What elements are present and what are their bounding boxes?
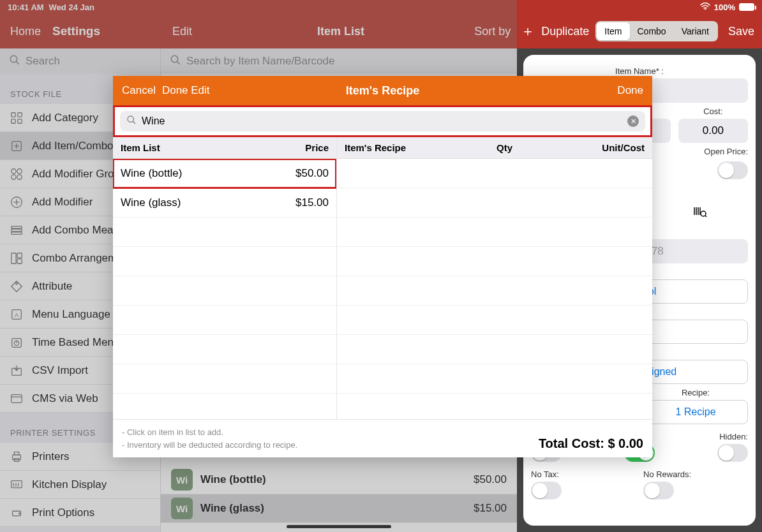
recipe-item-price: $15.00: [295, 196, 329, 209]
empty-row: [113, 247, 336, 276]
label-norewards: No Rewards:: [643, 469, 748, 479]
empty-row: [337, 276, 652, 306]
btn-recipe[interactable]: 1 Recipe: [643, 400, 748, 424]
toggle-open-price[interactable]: [717, 161, 748, 179]
battery-icon: [739, 3, 754, 11]
col-price: Price: [305, 142, 329, 153]
toggle-notax[interactable]: [531, 482, 562, 499]
empty-row: [113, 364, 336, 394]
empty-row: [113, 218, 336, 247]
hint-text: - Click on item in list to add.: [122, 426, 297, 439]
empty-row: [337, 159, 652, 188]
seg-variant[interactable]: Variant: [674, 22, 717, 40]
search-icon: [126, 115, 137, 128]
svg-line-48: [705, 216, 706, 217]
wifi-icon: [700, 3, 710, 12]
recipe-item-name: Wine (glass): [121, 196, 181, 209]
label-cost: Cost:: [678, 107, 748, 116]
empty-row: [337, 218, 652, 247]
modal-footer: - Click on item in list to add. - Invent…: [113, 419, 652, 457]
empty-row: [337, 335, 652, 364]
toggle-norewards[interactable]: [643, 482, 674, 499]
duplicate-button[interactable]: Duplicate: [541, 25, 589, 38]
svg-point-0: [705, 8, 706, 10]
segmented-control: Item Combo Variant: [595, 21, 718, 41]
recipe-item-price: $50.00: [295, 167, 329, 180]
modal-header: Cancel Done Edit Item's Recipe Done: [113, 76, 652, 105]
empty-row: [337, 394, 652, 419]
modal-search-value: Wine: [142, 115, 622, 127]
toggle-hidden[interactable]: [717, 444, 748, 462]
total-cost: Total Cost: $ 0.00: [539, 436, 643, 451]
col-unit: Unit/Cost: [568, 142, 645, 153]
recipe-item-row[interactable]: Wine (bottle) $50.00: [113, 159, 336, 188]
hint-text: - Inventory will be deducted according t…: [122, 439, 297, 452]
modal-search-highlight: Wine ✕: [113, 105, 652, 137]
svg-line-50: [133, 121, 135, 124]
empty-row: [113, 276, 336, 306]
seg-combo[interactable]: Combo: [630, 22, 674, 40]
label-notax: No Tax:: [531, 469, 636, 479]
empty-row: [337, 364, 652, 394]
label-item-name: Item Name* :: [531, 66, 748, 76]
label-open-price: Open Price:: [643, 147, 748, 156]
barcode-scan-icon[interactable]: [651, 199, 748, 223]
empty-row: [337, 247, 652, 276]
modal-cancel[interactable]: Cancel: [122, 84, 156, 97]
battery-percent: 100%: [714, 3, 735, 12]
modal-search[interactable]: Wine ✕: [120, 111, 645, 131]
modal-done[interactable]: Done: [617, 84, 643, 97]
plus-icon[interactable]: ＋: [521, 22, 535, 41]
svg-point-47: [701, 211, 706, 216]
modal-done-edit[interactable]: Done Edit: [162, 84, 210, 97]
seg-item[interactable]: Item: [597, 22, 629, 40]
empty-row: [337, 306, 652, 335]
svg-point-49: [128, 116, 133, 122]
recipe-item-name: Wine (bottle): [121, 167, 182, 180]
empty-row: [113, 335, 336, 364]
save-button[interactable]: Save: [728, 25, 754, 38]
col-qty: Qty: [461, 142, 512, 153]
modal-title: Item's Recipe: [346, 84, 419, 98]
recipe-modal: Cancel Done Edit Item's Recipe Done Wine…: [113, 76, 652, 457]
empty-row: [113, 306, 336, 335]
label-recipe: Recipe:: [643, 388, 748, 397]
recipe-item-row[interactable]: Wine (glass) $15.00: [113, 188, 336, 218]
empty-row: [113, 394, 336, 419]
col-recipe: Item's Recipe: [345, 142, 406, 153]
empty-row: [337, 188, 652, 218]
clear-icon[interactable]: ✕: [627, 115, 639, 127]
col-item-list: Item List: [121, 142, 160, 153]
input-cost[interactable]: 0.00: [678, 119, 748, 143]
label-hidden: Hidden:: [681, 432, 748, 441]
